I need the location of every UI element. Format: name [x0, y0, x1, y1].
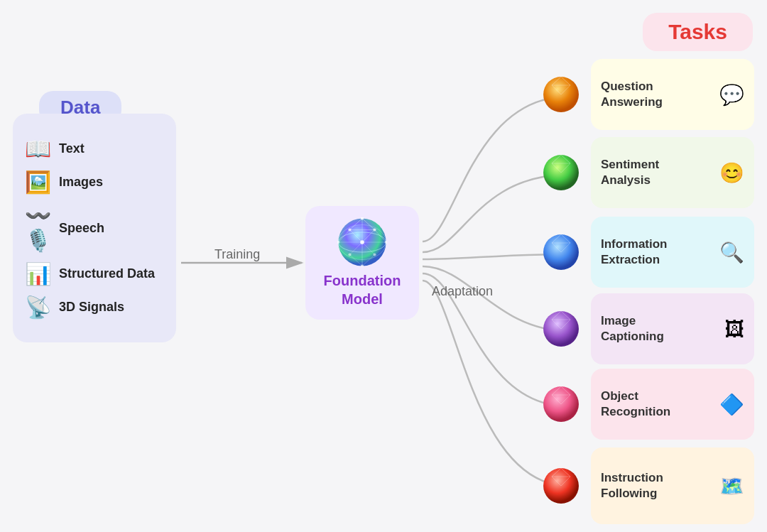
- sphere-sentiment-analysis-icon: [543, 154, 580, 191]
- data-item-images-label: Images: [59, 175, 103, 190]
- task-label-image-captioning: ImageCaptioning: [601, 313, 724, 344]
- task-label-object-recognition: ObjectRecognition: [601, 389, 719, 420]
- foundation-model-box: FoundationModel: [305, 206, 419, 320]
- images-icon: 🖼️: [23, 170, 52, 195]
- data-item-3d: 📡 3D Signals: [23, 295, 165, 320]
- data-item-structured-label: Structured Data: [59, 266, 155, 281]
- task-label-question-answering: QuestionAnswering: [601, 79, 719, 110]
- adaptation-label: Adaptation: [432, 284, 493, 299]
- task-label-instruction-following: InstructionFollowing: [601, 470, 719, 501]
- data-item-speech: 〰️🎙️ Speech: [23, 203, 165, 253]
- task-label-information-extraction: InformationExtraction: [601, 237, 719, 268]
- task-icon-object-recognition: 🔷: [719, 393, 744, 416]
- data-panel: 📖 Text 🖼️ Images 〰️🎙️ Speech 📊 Structure…: [13, 114, 176, 342]
- data-item-speech-label: Speech: [59, 221, 104, 236]
- data-item-3d-label: 3D Signals: [59, 300, 124, 315]
- task-card-instruction-following: InstructionFollowing 🗺️: [591, 447, 754, 524]
- task-label-sentiment-analysis: SentimentAnalysis: [601, 157, 719, 188]
- task-icon-question-answering: 💬: [719, 83, 744, 107]
- 3d-icon: 📡: [23, 295, 52, 320]
- structured-icon: 📊: [23, 261, 52, 286]
- sphere-instruction-following-icon: [543, 467, 580, 504]
- data-item-text: 📖 Text: [23, 136, 165, 161]
- task-card-information-extraction: InformationExtraction 🔍: [591, 217, 754, 288]
- sphere-image-captioning-icon: [543, 310, 580, 347]
- tasks-header: Tasks: [643, 13, 753, 51]
- task-icon-sentiment-analysis: 😊: [719, 161, 744, 185]
- task-icon-information-extraction: 🔍: [719, 241, 744, 264]
- sphere-object-recognition-icon: [543, 386, 580, 423]
- foundation-model-label: FoundationModel: [324, 271, 401, 308]
- task-card-image-captioning: ImageCaptioning 🖼: [591, 293, 754, 364]
- training-label: Training: [214, 247, 260, 262]
- task-icon-instruction-following: 🗺️: [719, 474, 744, 498]
- task-card-question-answering: QuestionAnswering 💬: [591, 59, 754, 130]
- task-card-sentiment-analysis: SentimentAnalysis 😊: [591, 137, 754, 208]
- data-item-text-label: Text: [59, 141, 85, 156]
- speech-icon: 〰️🎙️: [23, 203, 52, 253]
- task-icon-image-captioning: 🖼: [724, 317, 744, 341]
- foundation-sphere-icon: [337, 217, 387, 267]
- text-icon: 📖: [23, 136, 52, 161]
- sphere-question-answering-icon: [543, 76, 580, 113]
- sphere-information-extraction-icon: [543, 234, 580, 271]
- task-card-object-recognition: ObjectRecognition 🔷: [591, 369, 754, 440]
- data-item-images: 🖼️ Images: [23, 170, 165, 195]
- data-item-structured: 📊 Structured Data: [23, 261, 165, 286]
